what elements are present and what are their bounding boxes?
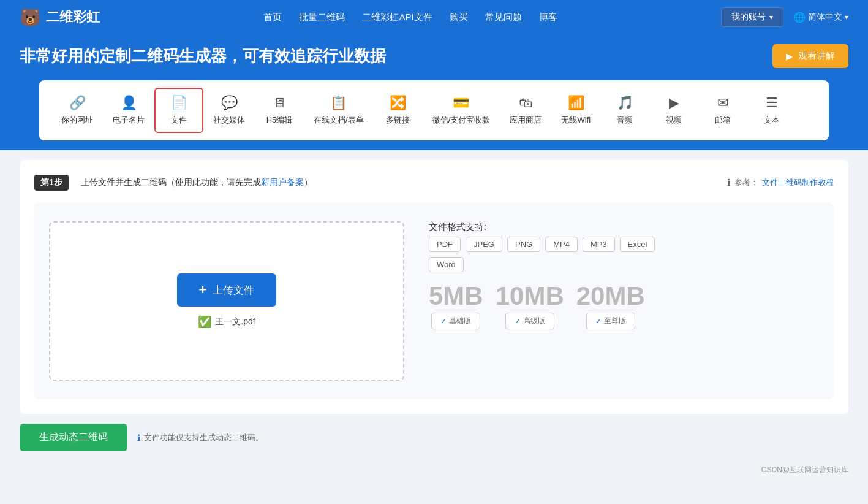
main-content: 第1步 上传文件并生成二维码（使用此功能，请先完成新用户备案） ℹ 参考： 文件… <box>20 160 848 414</box>
main-nav: 首页批量二维码二维彩虹API文件购买常见问题博客 <box>263 12 557 23</box>
tab-wifi[interactable]: 📶无线Wifi <box>551 89 600 132</box>
email-tab-label: 邮箱 <box>715 115 731 126</box>
play-icon: ▶ <box>786 51 793 62</box>
tab-url[interactable]: 🔗你的网址 <box>51 89 103 132</box>
tab-text[interactable]: ☰文本 <box>747 89 796 132</box>
step-header: 第1步 上传文件并生成二维码（使用此功能，请先完成新用户备案） ℹ 参考： 文件… <box>34 175 834 191</box>
multi-tab-label: 多链接 <box>386 115 410 126</box>
tab-multi[interactable]: 🔀多链接 <box>374 89 423 132</box>
tab-wechat[interactable]: 💳微信/支付宝收款 <box>423 89 500 132</box>
size-value-基础版: 5MB <box>429 283 483 309</box>
tab-video[interactable]: ▶视频 <box>649 89 698 132</box>
nav-item-二维彩虹API文件[interactable]: 二维彩虹API文件 <box>362 12 432 23</box>
format-tag-mp4: MP4 <box>545 237 578 252</box>
watch-button[interactable]: ▶ 观看讲解 <box>772 44 848 68</box>
logo: 🐻 二维彩虹 <box>20 7 100 28</box>
size-check-icon: ✓ <box>595 317 602 326</box>
generate-info-text: 文件功能仅支持生成动态二维码。 <box>144 432 263 443</box>
hero-title: 非常好用的定制二维码生成器，可有效追踪行业数据 <box>20 45 386 67</box>
account-chevron-icon: ▾ <box>769 13 773 21</box>
size-value-至尊版: 20MB <box>576 283 645 309</box>
account-label: 我的账号 <box>731 12 766 23</box>
nav-item-购买[interactable]: 购买 <box>450 12 468 23</box>
hero-section: 非常好用的定制二维码生成器，可有效追踪行业数据 ▶ 观看讲解 <box>0 34 868 80</box>
info-circle-icon: ℹ <box>727 177 731 188</box>
size-value-高级版: 10MB <box>496 283 564 309</box>
audio-tab-icon: 🎵 <box>617 95 633 111</box>
lang-chevron-icon: ▾ <box>845 13 848 21</box>
nav-item-常见问题[interactable]: 常见问题 <box>485 12 522 23</box>
audio-tab-label: 音频 <box>617 115 633 126</box>
h5-tab-icon: 🖥 <box>273 95 286 111</box>
format-tag-mp3: MP3 <box>583 237 615 252</box>
header-right: 我的账号 ▾ 🌐 简体中文 ▾ <box>721 7 848 27</box>
plus-icon: + <box>199 282 207 298</box>
language-selector[interactable]: 🌐 简体中文 ▾ <box>793 12 848 23</box>
format-tag-pdf: PDF <box>429 237 461 252</box>
nav-item-博客[interactable]: 博客 <box>539 12 557 23</box>
video-tab-icon: ▶ <box>669 95 679 111</box>
size-tier-label: 高级版 <box>523 316 545 326</box>
wechat-tab-icon: 💳 <box>453 95 469 111</box>
format-tag-png: PNG <box>507 237 540 252</box>
size-tier-label: 至尊版 <box>604 316 626 326</box>
app-tab-icon: 🛍 <box>519 95 532 111</box>
generate-button[interactable]: 生成动态二维码 <box>20 424 127 451</box>
tab-email[interactable]: ✉邮箱 <box>698 89 747 132</box>
info-icon: ℹ <box>137 433 140 443</box>
email-tab-icon: ✉ <box>717 95 728 111</box>
tab-app[interactable]: 🛍应用商店 <box>500 89 551 132</box>
file-tab-icon: 📄 <box>171 95 187 111</box>
tab-bar: 🔗你的网址👤电子名片📄文件💬社交媒体🖥H5编辑📋在线文档/表单🔀多链接💳微信/支… <box>39 80 829 140</box>
size-tiers: 5MB✓基础版10MB✓高级版20MB✓至尊版 <box>429 283 662 329</box>
new-user-link[interactable]: 新用户备案 <box>261 177 304 187</box>
doc-tab-icon: 📋 <box>330 95 347 111</box>
wifi-tab-label: 无线Wifi <box>561 115 591 126</box>
nav-item-批量二维码[interactable]: 批量二维码 <box>299 12 345 23</box>
generate-info: ℹ 文件功能仅支持生成动态二维码。 <box>137 432 263 443</box>
size-tier-至尊版: 20MB✓至尊版 <box>576 283 645 329</box>
upload-button[interactable]: + 上传文件 <box>177 273 277 307</box>
size-badge-至尊版: ✓至尊版 <box>586 313 635 329</box>
uploaded-file: ✅ 王一文.pdf <box>198 315 255 329</box>
header: 🐻 二维彩虹 首页批量二维码二维彩虹API文件购买常见问题博客 我的账号 ▾ 🌐… <box>0 0 868 34</box>
upload-label: 上传文件 <box>213 283 254 297</box>
lang-label: 简体中文 <box>808 12 842 23</box>
tab-file[interactable]: 📄文件 <box>154 88 203 133</box>
size-tier-label: 基础版 <box>449 316 471 326</box>
step-desc: 上传文件并生成二维码（使用此功能，请先完成新用户备案） <box>81 177 312 188</box>
url-tab-label: 你的网址 <box>61 115 93 126</box>
account-button[interactable]: 我的账号 ▾ <box>721 7 783 27</box>
tab-social[interactable]: 💬社交媒体 <box>203 89 255 132</box>
text-tab-label: 文本 <box>764 115 780 126</box>
size-tier-高级版: 10MB✓高级版 <box>496 283 564 329</box>
size-check-icon: ✓ <box>440 317 447 326</box>
tab-doc[interactable]: 📋在线文档/表单 <box>304 89 374 132</box>
check-icon: ✅ <box>198 315 211 329</box>
tab-audio[interactable]: 🎵音频 <box>600 89 649 132</box>
text-tab-icon: ☰ <box>766 95 778 111</box>
card-tab-label: 电子名片 <box>113 115 145 126</box>
format-tag-word: Word <box>429 257 464 272</box>
tutorial-link[interactable]: 文件二维码制作教程 <box>762 177 834 188</box>
wifi-tab-icon: 📶 <box>568 95 584 111</box>
watch-label: 观看讲解 <box>798 50 835 62</box>
format-tag-excel: Excel <box>620 237 655 252</box>
size-check-icon: ✓ <box>515 317 521 326</box>
format-support-label: 文件格式支持: <box>429 221 662 233</box>
video-tab-label: 视频 <box>666 115 682 126</box>
tab-h5[interactable]: 🖥H5编辑 <box>255 89 304 132</box>
upload-section: + 上传文件 ✅ 王一文.pdf 文件格式支持: PDFJPEGPNGMP4MP… <box>34 203 834 399</box>
multi-tab-icon: 🔀 <box>390 95 406 111</box>
globe-icon: 🌐 <box>793 12 806 23</box>
social-tab-label: 社交媒体 <box>213 115 245 126</box>
tab-card[interactable]: 👤电子名片 <box>103 89 154 132</box>
format-tags: PDFJPEGPNGMP4MP3ExcelWord <box>429 237 662 272</box>
social-tab-icon: 💬 <box>221 95 238 111</box>
file-tab-label: 文件 <box>171 115 187 126</box>
nav-item-首页[interactable]: 首页 <box>263 12 282 23</box>
card-tab-icon: 👤 <box>121 95 137 111</box>
file-info-panel: 文件格式支持: PDFJPEGPNGMP4MP3ExcelWord 5MB✓基础… <box>429 221 662 381</box>
file-name: 王一文.pdf <box>215 316 255 327</box>
size-tier-基础版: 5MB✓基础版 <box>429 283 483 329</box>
